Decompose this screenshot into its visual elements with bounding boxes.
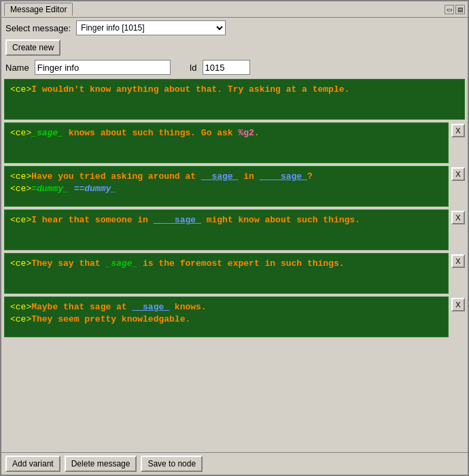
- id-input[interactable]: [203, 60, 250, 75]
- name-id-row: Name Id: [1, 58, 468, 78]
- variant-text-span: =dummy_: [31, 184, 69, 194]
- variant-text-span: __sage_: [201, 171, 239, 182]
- variants-area: <ce>I wouldn't know anything about that.…: [1, 78, 468, 452]
- save-to-node-button[interactable]: Save to node: [141, 456, 203, 472]
- delete-variant-button[interactable]: X: [451, 211, 465, 224]
- variant-text-span: knows about such things. Go ask: [63, 128, 238, 138]
- variant-text-span: knows.: [169, 302, 207, 312]
- id-label: Id: [190, 63, 197, 73]
- variant-row: <ce>Have you tried asking around at __sa…: [4, 166, 465, 207]
- variant-box[interactable]: <ce>Have you tried asking around at __sa…: [4, 166, 449, 207]
- variant-box[interactable]: <ce>They say that _sage_ is the foremost…: [4, 253, 449, 294]
- variant-text-span: ==dummy_: [69, 184, 116, 194]
- minimize-button[interactable]: ▭: [445, 5, 454, 14]
- create-new-button[interactable]: Create new: [5, 39, 60, 56]
- variant-row: <ce>I wouldn't know anything about that.…: [4, 79, 465, 120]
- variant-text-span: I wouldn't know anything about that. Try…: [31, 84, 349, 95]
- variant-text-span: <ce>: [10, 84, 31, 95]
- delete-message-button[interactable]: Delete message: [65, 456, 137, 472]
- select-message-label: Select message:: [5, 23, 71, 33]
- variant-text-span: ____sage_: [260, 171, 307, 182]
- message-select[interactable]: Finger info [1015]: [76, 20, 226, 35]
- variant-text-span: <ce>: [10, 171, 31, 182]
- variant-box[interactable]: <ce>_sage_ knows about such things. Go a…: [4, 122, 449, 163]
- variant-text-span: ?: [307, 171, 313, 182]
- variant-text-span: They seem pretty knowledgable.: [31, 314, 190, 324]
- variant-text-span: <ce>: [10, 302, 31, 312]
- variant-text-span: is the foremost expert in such things.: [137, 258, 344, 269]
- select-wrapper: Finger info [1015]: [76, 20, 226, 35]
- variant-text-span: Maybe that sage at: [31, 302, 132, 312]
- name-label: Name: [5, 63, 29, 73]
- variant-text-span: _sage_: [31, 128, 63, 138]
- variant-text-span: <ce>: [10, 258, 31, 269]
- variant-text-span: <ce>: [10, 128, 31, 138]
- name-input[interactable]: [35, 60, 171, 75]
- variant-text-span: _sage_: [105, 258, 137, 269]
- delete-variant-button[interactable]: X: [451, 124, 465, 137]
- main-window: Message Editor ▭ ▤ Select message: Finge…: [0, 0, 469, 476]
- variant-text-span: in: [238, 171, 259, 182]
- variant-text-span: <ce>: [10, 314, 31, 324]
- delete-variant-button[interactable]: X: [451, 254, 465, 268]
- bottom-bar: Add variant Delete message Save to node: [1, 452, 468, 475]
- variant-text-span: Have you tried asking around at: [31, 171, 201, 182]
- add-variant-button[interactable]: Add variant: [5, 456, 60, 472]
- variant-box[interactable]: <ce>Maybe that sage at __sage_ knows.<ce…: [4, 296, 449, 337]
- tab-message-editor[interactable]: Message Editor: [4, 3, 73, 16]
- tab-label: Message Editor: [10, 5, 67, 14]
- variant-row: <ce>I hear that someone in ____sage_ mig…: [4, 209, 465, 250]
- variant-text-span: <ce>: [10, 184, 31, 194]
- variant-box[interactable]: <ce>I hear that someone in ____sage_ mig…: [4, 209, 449, 250]
- variant-text-span: I hear that someone in: [31, 215, 153, 225]
- variant-text-span: might know about such things.: [201, 215, 360, 225]
- variant-row: <ce>They say that _sage_ is the foremost…: [4, 253, 465, 294]
- variant-text-span: __sage_: [132, 302, 169, 312]
- maximize-button[interactable]: ▤: [455, 5, 465, 14]
- delete-variant-button[interactable]: X: [451, 167, 465, 181]
- variant-row: <ce>_sage_ knows about such things. Go a…: [4, 122, 465, 163]
- variant-text-span: %g2: [238, 128, 254, 138]
- variant-text-span: They say that: [31, 258, 105, 269]
- variant-text-span: .: [254, 128, 260, 138]
- window-controls: ▭ ▤: [445, 5, 465, 14]
- title-bar: Message Editor ▭ ▤: [1, 1, 468, 18]
- variant-text-span: <ce>: [10, 215, 31, 225]
- create-new-bar: Create new: [1, 38, 468, 58]
- select-message-bar: Select message: Finger info [1015]: [1, 18, 468, 38]
- variant-box[interactable]: <ce>I wouldn't know anything about that.…: [4, 79, 465, 120]
- delete-variant-button[interactable]: X: [451, 298, 465, 311]
- variant-row: <ce>Maybe that sage at __sage_ knows.<ce…: [4, 296, 465, 337]
- variant-text-span: ____sage_: [154, 215, 201, 225]
